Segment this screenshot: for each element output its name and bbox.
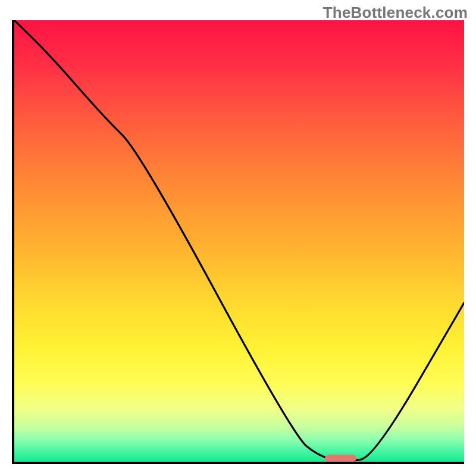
watermark-text: TheBottleneck.com — [323, 4, 468, 22]
chart-plot-area — [12, 20, 464, 464]
optimal-range-marker — [325, 455, 356, 462]
bottleneck-curve — [14, 20, 464, 462]
